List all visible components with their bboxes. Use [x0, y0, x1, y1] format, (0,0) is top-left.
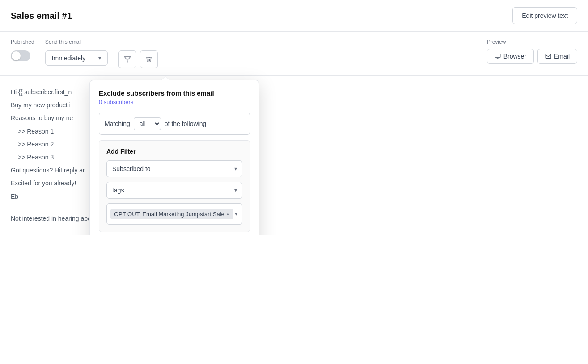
svg-rect-1: [495, 54, 500, 58]
matching-label: Matching: [105, 120, 130, 127]
filter-popup: Exclude subscribers from this email 0 su…: [89, 80, 259, 235]
send-dropdown-wrapper: Immediately ▾: [45, 50, 108, 66]
published-section: Published: [11, 39, 34, 61]
preview-section: Preview Browser Email: [487, 39, 577, 64]
send-email-section: Send this email Immediately ▾: [45, 39, 108, 66]
published-toggle[interactable]: [11, 50, 30, 61]
spacer-label: [118, 39, 158, 45]
chevron-down-icon: ▾: [98, 55, 101, 61]
browser-btn-label: Browser: [503, 53, 526, 60]
filter-type-select[interactable]: Subscribed to Not subscribed to Tagged w…: [106, 160, 242, 177]
published-label: Published: [11, 39, 34, 45]
popup-arrow: [161, 76, 170, 80]
preview-buttons-group: Browser Email: [487, 49, 577, 64]
add-filter-card-title: Add Filter: [106, 148, 242, 155]
send-timing-dropdown[interactable]: Immediately ▾: [45, 50, 108, 66]
delete-button[interactable]: [140, 50, 158, 68]
icon-buttons-group: [118, 50, 158, 68]
svg-marker-0: [124, 57, 130, 62]
send-timing-value: Immediately: [52, 54, 85, 62]
published-toggle-wrapper: [11, 50, 34, 61]
edit-preview-button[interactable]: Edit preview text: [512, 7, 577, 24]
trash-icon: [145, 56, 152, 63]
filter-button[interactable]: [118, 50, 136, 68]
tag-chip: OPT OUT: Email Marketing Jumpstart Sale …: [110, 209, 233, 219]
tag-selector[interactable]: OPT OUT: Email Marketing Jumpstart Sale …: [106, 203, 242, 225]
tag-selector-chevron-icon: ▾: [235, 211, 237, 217]
filter-sub-wrapper: tags lists forms ▾: [106, 182, 242, 199]
filter-popup-title: Exclude subscribers from this email: [99, 89, 250, 97]
main-content: Hi {{ subscriber.first_n Buy my new prod…: [0, 76, 588, 235]
email-body: Hi {{ subscriber.first_n Buy my new prod…: [0, 76, 588, 235]
preview-label: Preview: [487, 39, 577, 45]
add-filter-card: Add Filter Subscribed to Not subscribed …: [99, 140, 250, 232]
filter-popup-container: Exclude subscribers from this email 0 su…: [89, 76, 259, 235]
matching-row: Matching all any of the following:: [99, 113, 250, 135]
matching-suffix: of the following:: [165, 120, 208, 127]
browser-icon: [495, 53, 501, 59]
tag-chip-remove[interactable]: ×: [226, 211, 230, 217]
filter-icon: [124, 56, 131, 63]
matching-select[interactable]: all any: [134, 117, 161, 130]
page-title: Sales email #1: [11, 11, 72, 21]
email-icon: [545, 53, 551, 59]
filter-sub-select[interactable]: tags lists forms: [106, 182, 242, 199]
header: Sales email #1 Edit preview text: [0, 0, 588, 32]
send-email-label: Send this email: [45, 39, 108, 45]
email-preview-button[interactable]: Email: [537, 49, 577, 64]
browser-preview-button[interactable]: Browser: [487, 49, 534, 64]
icon-buttons-section: [118, 39, 158, 68]
email-btn-label: Email: [554, 53, 570, 60]
filter-type-wrapper: Subscribed to Not subscribed to Tagged w…: [106, 160, 242, 177]
tag-chip-label: OPT OUT: Email Marketing Jumpstart Sale: [114, 211, 224, 218]
toolbar: Published Send this email Immediately ▾: [0, 32, 588, 76]
toggle-knob: [12, 51, 21, 60]
filter-popup-subtitle: 0 subscribers: [99, 99, 250, 105]
